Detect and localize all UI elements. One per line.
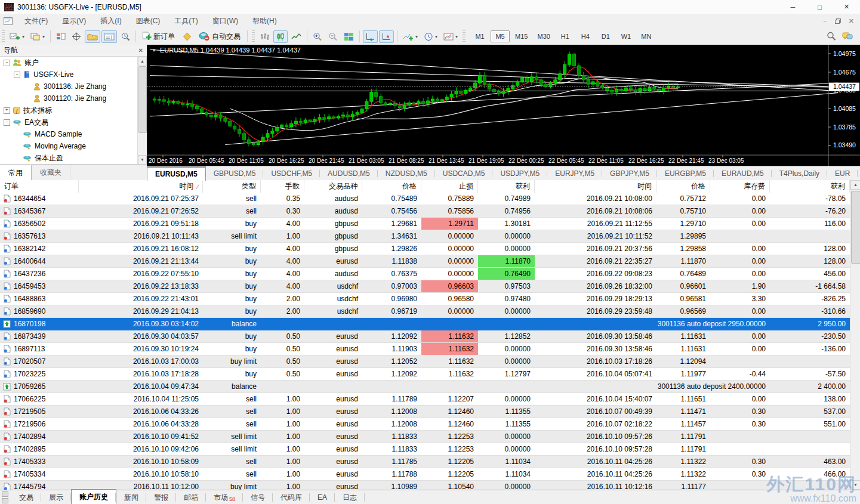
tree-item-macd-sample[interactable]: -MACD Sample [0, 128, 138, 140]
scroll-thumb[interactable] [851, 191, 860, 264]
chart-tab-eurjpy-m5[interactable]: EURJPY,M5 [547, 166, 602, 181]
history-row-16357613[interactable]: 163576132016.09.21 10:11:43sell limit1.0… [0, 230, 850, 243]
scroll-down-icon[interactable]: ▼ [138, 155, 147, 165]
timeframe-m1-button[interactable]: M1 [470, 30, 489, 42]
close-icon[interactable]: ✕ [833, 0, 860, 14]
chart-tab-gbpusd-m5[interactable]: GBPUSD,M5 [206, 166, 264, 181]
history-row-17219506[interactable]: 172195062016.10.06 04:33:28sell1.00eurus… [0, 418, 850, 431]
timeframe-m15-button[interactable]: M15 [511, 30, 532, 42]
tree-item--[interactable]: +f技术指标 [0, 104, 138, 116]
column-header-ctime[interactable]: 时间 [535, 180, 656, 193]
column-header-order[interactable]: 订单 [0, 180, 79, 193]
scroll-up-icon[interactable]: ▲ [138, 57, 147, 66]
new-chart-button[interactable]: ▾ [7, 30, 27, 43]
timeframe-h1-button[interactable]: H1 [556, 30, 575, 42]
toolbar-grip[interactable] [463, 30, 466, 42]
navigator-button[interactable] [85, 30, 100, 43]
new-order-button[interactable]: 新订单 [139, 30, 178, 44]
tile-windows-button[interactable] [341, 30, 356, 43]
terminal-tab-警报[interactable]: 警报 [146, 490, 176, 504]
history-row-16859690[interactable]: 168596902016.09.29 21:04:13buy2.00usdchf… [0, 305, 850, 318]
market-watch-button[interactable] [54, 30, 68, 43]
column-header-price[interactable]: 价格 [362, 180, 421, 193]
tree-item-3001120-jie-zhang[interactable]: -3001120: Jie Zhang [0, 92, 138, 104]
collapse-triangle-icon[interactable]: ▼ [152, 48, 156, 53]
tree-item-ea-[interactable]: -EA交易 [0, 116, 138, 128]
history-row-17066225[interactable]: 170662252016.10.04 11:25:05sell1.00eurus… [0, 393, 850, 406]
terminal-button[interactable] [101, 30, 117, 43]
history-row-16356502[interactable]: 163565022016.09.21 09:51:18buy4.00gbpusd… [0, 218, 850, 230]
column-header-swap[interactable]: 库存费 [710, 180, 770, 193]
tree-item-moving-average[interactable]: -Moving Average [0, 140, 138, 152]
chart-tab-gbpjpy-m5[interactable]: GBPJPY,M5 [602, 166, 657, 181]
history-row-16873439[interactable]: 168734392016.09.30 04:03:57buy0.50eurusd… [0, 330, 850, 343]
chart-shift-button[interactable] [379, 30, 394, 43]
toolbar-grip[interactable] [2, 30, 5, 42]
chart-tab-eur[interactable]: EUR [827, 166, 858, 181]
history-row-17023225[interactable]: 170232252016.10.03 17:18:28buy0.50eurusd… [0, 368, 850, 381]
column-header-lots[interactable]: 手数 [261, 180, 304, 193]
history-row-16344654[interactable]: 163446542016.09.21 07:25:37sell0.35audus… [0, 193, 850, 205]
timeframe-m5-button[interactable]: M5 [491, 30, 510, 42]
scroll-thumb[interactable] [138, 66, 147, 133]
terminal-tab-代码库[interactable]: 代码库 [273, 490, 310, 504]
collapse-icon[interactable]: - [4, 60, 10, 66]
chart-tab-euraud-m5[interactable]: EURAUD,M5 [714, 166, 772, 181]
tree-item-usgfx-live[interactable]: -USGFX-Live [0, 69, 138, 81]
menu-item-2[interactable]: 插入(I) [93, 14, 128, 28]
history-row-16488863[interactable]: 164888632016.09.22 21:43:01buy2.00usdchf… [0, 293, 850, 305]
chart-tab-usdchf-m5[interactable]: USDCHF,M5 [263, 166, 320, 181]
menu-item-3[interactable]: 图表(C) [129, 14, 168, 28]
terminal-tab-交易[interactable]: 交易 [11, 490, 41, 504]
minimize-icon[interactable]: ─ [779, 0, 806, 14]
chart-tab-eurusd-m5[interactable]: EURUSD,M5 [147, 166, 206, 181]
timeframe-w1-button[interactable]: W1 [617, 30, 636, 42]
terminal-tab-展示[interactable]: 展示 [41, 490, 71, 504]
menu-item-5[interactable]: 窗口(W) [205, 14, 245, 28]
collapse-icon[interactable]: - [4, 119, 10, 126]
history-row-16345367[interactable]: 163453672016.09.21 07:26:52sell0.30audus… [0, 205, 850, 218]
history-row-16459453[interactable]: 164594532016.09.22 13:18:33buy4.00usdchf… [0, 280, 850, 293]
history-row-17402894[interactable]: 174028942016.10.10 09:41:52sell limit1.0… [0, 431, 850, 443]
terminal-tab-邮箱[interactable]: 邮箱 [176, 490, 206, 504]
expand-icon[interactable]: + [4, 107, 10, 114]
zoom-in-button[interactable] [310, 30, 325, 43]
history-row-16897113[interactable]: 168971132016.09.30 10:19:24buy0.50eurusd… [0, 343, 850, 355]
column-header-cprice[interactable]: 价格 [656, 180, 710, 193]
navigator-tab-inactive[interactable]: 收藏夹 [32, 165, 70, 180]
history-row-17059265[interactable]: 170592652016.10.04 09:47:34balance300113… [0, 381, 850, 393]
new-chart-dropdown-icon[interactable]: ▾ [22, 34, 24, 39]
templates-button[interactable]: ▾ [441, 30, 460, 43]
menu-item-1[interactable]: 显示(V) [55, 14, 93, 28]
indicators-button[interactable]: ▾ [400, 30, 420, 43]
chart-tab-audusd-m5[interactable]: AUDUSD,M5 [320, 166, 378, 181]
metaeditor-button[interactable] [180, 30, 195, 43]
profiles-dropdown-icon[interactable]: ▾ [42, 34, 45, 39]
table-scrollbar[interactable]: ▲ ▼ [850, 180, 860, 490]
menu-item-0[interactable]: 文件(F) [17, 14, 55, 28]
line-chart-button[interactable] [289, 30, 304, 43]
chart-close-icon[interactable]: ✕ [849, 17, 854, 25]
history-row-17405333[interactable]: 174053332016.10.10 10:58:09sell1.00eurus… [0, 456, 850, 468]
collapse-icon[interactable]: - [14, 72, 20, 78]
profiles-button[interactable]: ▾ [28, 30, 47, 43]
terminal-tab-新闻[interactable]: 新闻 [116, 490, 146, 504]
history-row-16400644[interactable]: 164006442016.09.21 21:13:44buy4.00eurusd… [0, 255, 850, 268]
terminal-tab-账户历史[interactable]: 账户历史 [71, 489, 116, 504]
terminal-tab-市场[interactable]: 市场58 [206, 490, 243, 504]
chart-tab-nzdusd-m5[interactable]: NZDUSD,M5 [378, 166, 435, 181]
bar-chart-button[interactable] [257, 30, 272, 43]
column-header-sl[interactable]: 止损 [421, 180, 478, 193]
timeframe-m30-button[interactable]: M30 [533, 30, 554, 42]
scroll-up-icon[interactable]: ▲ [850, 180, 860, 190]
tree-item--[interactable]: -保本止盈 [0, 152, 138, 164]
terminal-tab-信号[interactable]: 信号 [243, 490, 273, 504]
history-row-16382142[interactable]: 163821422016.09.21 16:08:12buy4.00gbpusd… [0, 243, 850, 255]
chat-icon[interactable] [842, 32, 853, 41]
tree-item-3001136-jie-zhang[interactable]: -3001136: Jie Zhang [0, 81, 138, 92]
navigator-close-icon[interactable]: ✕ [138, 47, 143, 54]
timeframe-d1-button[interactable]: D1 [596, 30, 615, 42]
toolbar-grip[interactable] [252, 30, 255, 42]
chart-restore-icon[interactable] [835, 18, 840, 23]
navigator-tab-active[interactable]: 常用 [0, 165, 32, 180]
